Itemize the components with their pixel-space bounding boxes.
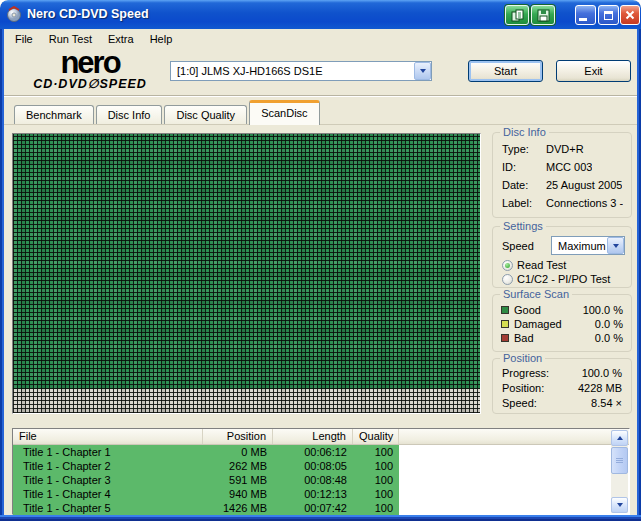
exit-button[interactable]: Exit xyxy=(556,60,631,82)
copy-icon xyxy=(510,8,525,23)
drive-selector[interactable]: [1:0] JLMS XJ-HD166S DS1E xyxy=(170,61,432,81)
table-row-band: Title 1 - Chapter 10 MB00:06:12100 xyxy=(13,445,399,459)
disc-info-value: Connections 3 - xyxy=(546,197,623,209)
disc-info-row: ID:MCC 003 xyxy=(493,158,631,176)
table-row-band: Title 1 - Chapter 3591 MB00:08:48100 xyxy=(13,473,399,487)
speed-selector[interactable]: Maximum xyxy=(551,236,625,255)
position-label: Position: xyxy=(502,382,544,394)
chevron-down-icon xyxy=(420,69,426,73)
column-header-length[interactable]: Length xyxy=(273,429,353,444)
position-value: 8.54 × xyxy=(591,397,622,409)
window-border-bottom xyxy=(0,515,641,521)
disc-info-groupbox: Disc Info Type:DVD+RID:MCC 003Date:25 Au… xyxy=(492,132,632,218)
menu-item-file[interactable]: File xyxy=(7,31,41,47)
speed-label: Speed xyxy=(502,240,534,252)
minimize-button[interactable] xyxy=(575,5,596,25)
scroll-down-button[interactable] xyxy=(611,497,628,513)
tab-disc-info[interactable]: Disc Info xyxy=(96,105,163,125)
position-title: Position xyxy=(500,352,545,364)
maximize-button[interactable] xyxy=(598,5,619,25)
surface-scan-value: 0.0 % xyxy=(595,318,623,330)
window-border-left xyxy=(0,29,4,515)
tab-benchmark[interactable]: Benchmark xyxy=(14,105,94,125)
tab-scandisc[interactable]: ScanDisc xyxy=(249,100,319,125)
table-row[interactable]: Title 1 - Chapter 51426 MB00:07:42100 xyxy=(13,501,629,515)
disc-info-row: Label:Connections 3 - xyxy=(493,194,631,212)
table-cell: Title 1 - Chapter 2 xyxy=(13,459,203,473)
table-row-band: Title 1 - Chapter 2262 MB00:08:05100 xyxy=(13,459,399,473)
scrollbar-thumb[interactable] xyxy=(611,447,628,474)
table-row[interactable]: Title 1 - Chapter 2262 MB00:08:05100 xyxy=(13,459,629,473)
scan-grid-good-area xyxy=(13,134,480,389)
position-row: Speed:8.54 × xyxy=(493,395,631,410)
column-header-file[interactable]: File xyxy=(13,429,203,444)
radio-option-c1-c2-pi-po-test[interactable]: C1/C2 - PI/PO Test xyxy=(493,272,631,286)
table-cell: 1426 MB xyxy=(203,501,273,515)
radio-dot xyxy=(505,263,510,268)
disc-info-value: DVD+R xyxy=(546,143,584,155)
close-button[interactable] xyxy=(620,5,640,25)
chevron-down-icon xyxy=(613,244,619,248)
surface-scan-label: Damaged xyxy=(514,318,562,330)
position-row: Position:4228 MB xyxy=(493,380,631,395)
table-row[interactable]: Title 1 - Chapter 4940 MB00:12:13100 xyxy=(13,487,629,501)
speed-selector-dropdown-button[interactable] xyxy=(607,237,624,254)
radio-label: C1/C2 - PI/PO Test xyxy=(517,273,610,285)
file-list: FilePositionLengthQuality Title 1 - Chap… xyxy=(12,428,630,515)
legend-swatch-good xyxy=(501,306,509,314)
surface-scan-title: Surface Scan xyxy=(500,288,572,300)
position-label: Progress: xyxy=(502,367,549,379)
window-border-right xyxy=(637,29,641,515)
table-cell: 00:08:48 xyxy=(273,473,353,487)
copy-button[interactable] xyxy=(505,5,529,25)
surface-scan-groupbox: Surface Scan Good100.0 %Damaged0.0 %Bad0… xyxy=(492,294,632,352)
vertical-scrollbar[interactable] xyxy=(611,430,628,513)
save-button[interactable] xyxy=(531,5,555,25)
window-title: Nero CD-DVD Speed xyxy=(27,7,149,21)
tab-disc-quality[interactable]: Disc Quality xyxy=(164,105,247,125)
logo-cdspeed-text: CD·DVD∅SPEED xyxy=(14,76,166,91)
table-row-band: Title 1 - Chapter 4940 MB00:12:13100 xyxy=(13,487,399,501)
drive-selector-dropdown-button[interactable] xyxy=(414,62,431,80)
scroll-up-button[interactable] xyxy=(611,430,628,446)
disc-info-value: MCC 003 xyxy=(546,161,592,173)
disc-info-label: ID: xyxy=(502,161,546,173)
surface-scan-label: Good xyxy=(514,304,541,316)
file-list-header: FilePositionLengthQuality xyxy=(13,429,629,445)
table-cell: 100 xyxy=(353,473,399,487)
titlebar: Nero CD-DVD Speed xyxy=(0,0,641,29)
radio-button[interactable] xyxy=(502,274,513,285)
drive-selector-value: [1:0] JLMS XJ-HD166S DS1E xyxy=(171,65,414,77)
radio-label: Read Test xyxy=(517,259,566,271)
menu-item-help[interactable]: Help xyxy=(142,31,181,47)
logo-nero-text: nero xyxy=(14,50,166,75)
position-label: Speed: xyxy=(502,397,537,409)
disc-info-label: Date: xyxy=(502,179,546,191)
position-row: Progress:100.0 % xyxy=(493,365,631,380)
column-header-quality[interactable]: Quality xyxy=(353,429,399,444)
surface-scan-label: Bad xyxy=(514,332,534,344)
disc-info-title: Disc Info xyxy=(500,126,549,138)
table-cell: 100 xyxy=(353,445,399,459)
table-cell: Title 1 - Chapter 4 xyxy=(13,487,203,501)
table-cell: 00:08:05 xyxy=(273,459,353,473)
table-cell: 0 MB xyxy=(203,445,273,459)
table-cell: 00:06:12 xyxy=(273,445,353,459)
table-cell: 940 MB xyxy=(203,487,273,501)
maximize-icon xyxy=(604,11,613,20)
legend-swatch-bad xyxy=(501,334,509,342)
surface-scan-row: Damaged0.0 % xyxy=(493,317,631,331)
radio-button[interactable] xyxy=(502,260,513,271)
chevron-down-icon xyxy=(617,503,623,507)
disc-info-row: Date:25 August 2005 xyxy=(493,176,631,194)
radio-option-read-test[interactable]: Read Test xyxy=(493,258,631,272)
column-header-position[interactable]: Position xyxy=(203,429,273,444)
legend-swatch-damaged xyxy=(501,320,509,328)
nero-logo: nero CD·DVD∅SPEED xyxy=(14,50,166,91)
start-button[interactable]: Start xyxy=(468,60,543,82)
disc-info-value: 25 August 2005 xyxy=(546,179,622,191)
close-icon xyxy=(625,10,635,20)
table-row[interactable]: Title 1 - Chapter 3591 MB00:08:48100 xyxy=(13,473,629,487)
scan-grid-unscanned-area xyxy=(13,389,480,413)
table-row[interactable]: Title 1 - Chapter 10 MB00:06:12100 xyxy=(13,445,629,459)
